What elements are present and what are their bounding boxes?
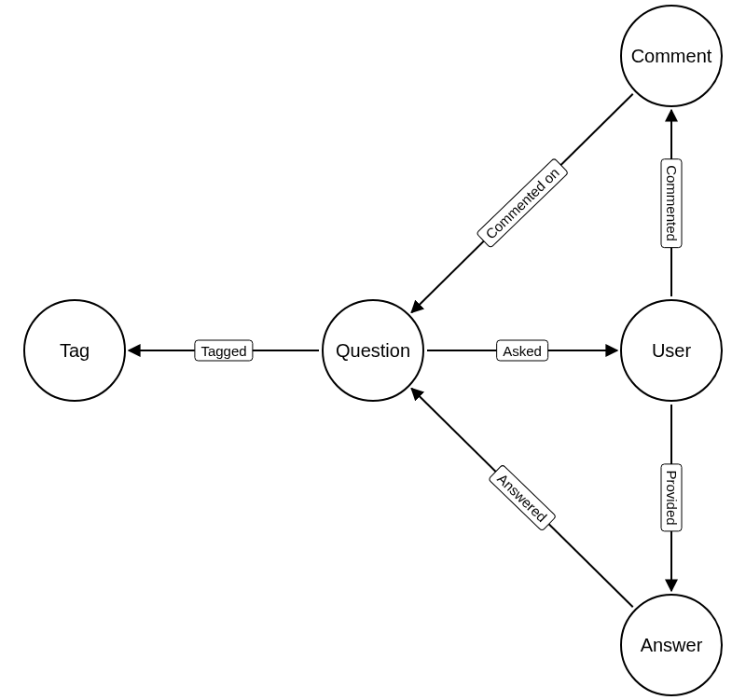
node-comment: Comment [620,5,723,107]
edge-label-commented: Commented [661,158,683,248]
node-label: Comment [631,46,712,67]
node-user: User [620,299,723,402]
edge-label-provided: Provided [661,463,683,531]
edge-label-asked: Asked [496,340,548,362]
node-label: Answer [641,635,703,656]
node-answer: Answer [620,594,723,696]
edge-label-tagged: Tagged [194,340,253,362]
node-label: Question [336,340,410,362]
node-tag: Tag [23,299,126,402]
node-label: Tag [60,340,90,362]
node-question: Question [322,299,424,402]
diagram-canvas: Tag Question User Comment Answer Tagged … [0,0,746,700]
node-label: User [652,340,691,362]
